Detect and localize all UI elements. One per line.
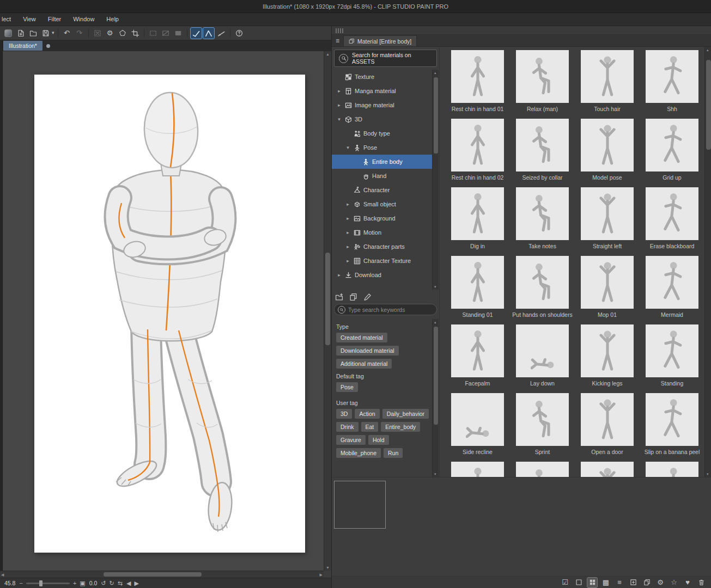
pose-thumbnail[interactable] bbox=[451, 187, 504, 240]
search-assets-button[interactable]: Search for materials on ASSETS bbox=[334, 50, 437, 67]
grid-scrollbar[interactable]: ▴ ▾ bbox=[704, 47, 711, 477]
tree-scroll-up-icon[interactable]: ▴ bbox=[434, 71, 436, 75]
next-page-button[interactable]: ▶ bbox=[134, 580, 138, 586]
tree-item-background[interactable]: ▸Background bbox=[332, 211, 432, 225]
tree-item-body-type[interactable]: Body type bbox=[332, 126, 432, 140]
tree-item-pose[interactable]: ▾Pose bbox=[332, 140, 432, 155]
select-checkbox-button[interactable]: ☑ bbox=[560, 578, 570, 587]
filter-scroll-up-icon[interactable]: ▴ bbox=[434, 320, 436, 324]
app-logo-button[interactable] bbox=[3, 28, 14, 39]
rotate-left-button[interactable]: ↺ bbox=[101, 580, 106, 586]
pose-item[interactable]: Mop 01 bbox=[575, 256, 640, 324]
pose-item[interactable]: Grid up bbox=[640, 119, 704, 187]
pose-item[interactable]: Slip on a banana peel bbox=[640, 393, 704, 462]
menu-item-window[interactable]: Window bbox=[67, 13, 100, 26]
canvas-vertical-scrollbar[interactable]: ▲ ▼ bbox=[324, 51, 331, 571]
scroll-right-icon[interactable]: ▶ bbox=[320, 573, 323, 577]
menu-item-help[interactable]: Help bbox=[100, 13, 125, 26]
grid-scroll-up-icon[interactable]: ▴ bbox=[707, 48, 709, 52]
pose-item[interactable]: Facepalm bbox=[445, 324, 510, 393]
expand-icon[interactable]: ▸ bbox=[345, 216, 351, 221]
tree-item-texture[interactable]: Texture bbox=[332, 70, 432, 84]
pose-item[interactable]: Lay down bbox=[510, 324, 575, 393]
new-canvas-button[interactable] bbox=[15, 28, 26, 39]
expand-icon[interactable]: ▸ bbox=[345, 258, 351, 264]
tag-action[interactable]: Action bbox=[355, 409, 379, 419]
expand-icon[interactable]: ▸ bbox=[345, 201, 351, 207]
pose-thumbnail[interactable] bbox=[581, 187, 634, 240]
pose-item[interactable]: Kicking legs bbox=[575, 324, 640, 393]
pose-thumbnail[interactable] bbox=[516, 119, 569, 171]
tag-additional-material[interactable]: Additional material bbox=[336, 359, 392, 369]
expand-icon[interactable]: ▸ bbox=[345, 244, 351, 249]
pose-thumbnail[interactable] bbox=[516, 256, 569, 309]
pose-item-partial[interactable] bbox=[640, 462, 704, 477]
tag-3d[interactable]: 3D bbox=[336, 409, 352, 419]
pose-item[interactable]: Sprint bbox=[510, 393, 575, 462]
snap-special-button[interactable] bbox=[203, 28, 214, 39]
help-button[interactable] bbox=[234, 28, 245, 39]
panel-grip-handle[interactable] bbox=[336, 28, 344, 33]
pose-thumbnail[interactable] bbox=[581, 119, 634, 171]
tag-created-material[interactable]: Created material bbox=[336, 333, 387, 342]
pose-thumbnail[interactable] bbox=[451, 50, 504, 103]
panel-menu-icon[interactable]: ≡ bbox=[336, 37, 339, 45]
folder-new-button[interactable] bbox=[335, 293, 343, 301]
canvas[interactable] bbox=[34, 75, 305, 553]
material-panel-tab[interactable]: Material [Entire body] bbox=[343, 35, 417, 46]
tag-eat[interactable]: Eat bbox=[361, 422, 379, 432]
duplicate-button[interactable] bbox=[349, 293, 357, 301]
document-tab[interactable]: Illustration* bbox=[3, 41, 42, 51]
undo-button[interactable]: ↶ bbox=[62, 28, 72, 39]
expand-icon[interactable]: ▸ bbox=[345, 230, 351, 235]
view-list-button[interactable]: ≡ bbox=[615, 578, 624, 587]
filter-scroll-thumb[interactable] bbox=[434, 327, 438, 425]
polygon-select-button[interactable] bbox=[117, 28, 128, 39]
pose-item[interactable]: Erase blackboard bbox=[640, 187, 704, 256]
zoom-out-button[interactable]: − bbox=[19, 580, 22, 586]
tag-hold[interactable]: Hold bbox=[368, 435, 389, 445]
tag-gravure[interactable]: Gravure bbox=[336, 435, 366, 445]
fit-screen-button[interactable]: ▣ bbox=[80, 580, 85, 586]
tree-item-3d[interactable]: ▾3D bbox=[332, 112, 432, 126]
settings-gear-button[interactable]: ⚙ bbox=[105, 28, 116, 39]
tree-scrollbar[interactable]: ▴ ▾ bbox=[432, 70, 439, 290]
material-search-input[interactable] bbox=[348, 307, 433, 313]
favorite-heart-button[interactable]: ♥ bbox=[683, 578, 692, 587]
pose-item[interactable]: Take notes bbox=[510, 187, 575, 256]
crop-frame-button[interactable] bbox=[130, 28, 141, 39]
pose-thumbnail[interactable] bbox=[451, 256, 504, 309]
collapse-icon[interactable]: ▾ bbox=[345, 145, 351, 150]
view-grid-button[interactable] bbox=[587, 578, 597, 587]
zoom-slider-knob[interactable] bbox=[39, 580, 42, 586]
pose-thumbnail[interactable] bbox=[646, 462, 698, 477]
pose-item[interactable]: Put hands on shoulders bbox=[510, 256, 575, 324]
grid-scroll-thumb[interactable] bbox=[706, 60, 711, 150]
canvas-area[interactable] bbox=[0, 51, 324, 571]
tag-entire-body[interactable]: Entire_body bbox=[381, 422, 420, 432]
pose-item[interactable]: Standing 01 bbox=[445, 256, 510, 324]
scroll-down-icon[interactable]: ▼ bbox=[326, 566, 330, 569]
tree-item-character-texture[interactable]: ▸Character Texture bbox=[332, 254, 432, 268]
deselect-button[interactable] bbox=[92, 28, 103, 39]
tree-item-character-parts[interactable]: ▸Character parts bbox=[332, 240, 432, 254]
tree-item-download[interactable]: ▸Download bbox=[332, 268, 432, 282]
pose-thumbnail[interactable] bbox=[451, 462, 504, 477]
pose-item[interactable]: Mermaid bbox=[640, 256, 704, 324]
pose-item[interactable]: Model pose bbox=[575, 119, 640, 187]
pose-thumbnail[interactable] bbox=[451, 393, 504, 446]
star-button[interactable]: ☆ bbox=[669, 578, 679, 587]
pose-thumbnail[interactable] bbox=[646, 187, 698, 240]
pose-thumbnail[interactable] bbox=[581, 256, 634, 309]
pose-thumbnail[interactable] bbox=[516, 50, 569, 103]
tree-scroll-thumb[interactable] bbox=[434, 77, 438, 154]
expand-icon[interactable]: ▸ bbox=[336, 272, 342, 278]
pose-thumbnail[interactable] bbox=[581, 324, 634, 377]
pose-thumbnail[interactable] bbox=[581, 462, 634, 477]
panel-dock-bar[interactable] bbox=[332, 26, 711, 35]
pose-thumbnail[interactable] bbox=[451, 119, 504, 171]
pose-item[interactable]: Seized by collar bbox=[510, 119, 575, 187]
zoom-slider[interactable] bbox=[26, 583, 70, 584]
tag-drink[interactable]: Drink bbox=[336, 422, 358, 432]
pose-thumbnail[interactable] bbox=[516, 393, 569, 446]
